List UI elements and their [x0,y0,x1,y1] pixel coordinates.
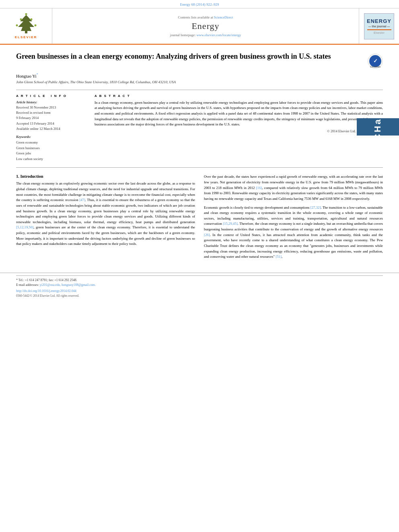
chat-button[interactable]: CHat [357,118,399,136]
svg-point-6 [25,13,27,15]
elsevier-tree-icon [12,13,40,34]
keywords-label: Keywords: [16,135,86,139]
svg-text:CrossMark: CrossMark [370,66,380,68]
sciencedirect-link: Contents lists available at ScienceDirec… [178,15,233,19]
svg-point-5 [34,25,36,27]
affiliation: John Glenn School of Public Affairs, The… [16,80,383,84]
sciencedirect-link-text[interactable]: ScienceDirect [214,15,233,19]
abstract-text: In a clean energy economy, green busines… [95,100,383,127]
copyright-line: © 2014 Elsevier Ltd. All rights reserved… [95,129,383,133]
body-paragraph: Economic growth is closely tied to energ… [204,205,383,260]
journal-title: Energy [191,21,219,31]
footnote-star: * Tel.: +1 614 247 8791; fax: +1 614 292… [16,278,383,283]
journal-header: ELSEVIER Contents lists available at Sci… [0,8,399,45]
author-name: Hongtao Yi* [16,73,383,78]
svg-point-4 [16,25,18,27]
article-info-col: A R T I C L E I N F O Article history: R… [16,94,86,162]
body-left: 1. Introduction The clean energy economy… [16,174,195,263]
article-history-label: Article history: [16,100,86,104]
article-title-row: Green businesses in a clean energy econo… [16,52,383,69]
received-date: Received 30 November 2013 [16,105,86,110]
keyword-item: Green jobs [16,151,86,156]
received-revised-label: Received in revised form [16,111,86,115]
abstract-header: A B S T R A C T [95,94,383,98]
available-date: Available online 12 March 2014 [16,127,86,131]
keywords-container: Green economyGreen businessesGreen jobsL… [16,140,86,162]
body-paragraph: Over the past decade, the states have ex… [204,174,383,201]
elsevier-logo: ELSEVIER [0,8,52,44]
footer-divider [16,275,383,276]
body-right: Over the past decade, the states have ex… [204,174,383,263]
citation-text: Energy 68 (2014) 922–929 [180,2,219,6]
body-content: 1. Introduction The clean energy economy… [16,174,383,263]
page-footer: * Tel.: +1 614 247 8791; fax: +1 614 292… [0,273,399,298]
section1-title: 1. Introduction [16,174,195,179]
keyword-item: Green businesses [16,146,86,151]
crossmark-icon: ✓ CrossMark [368,53,383,69]
footer-issn: 0360-5442/© 2014 Elsevier Ltd. All right… [16,294,383,298]
divider-2 [16,167,383,168]
journal-homepage: journal homepage: www.elsevier.com/locat… [170,33,241,37]
left-paragraphs: The clean energy economy is an explosive… [16,181,195,247]
doi-link[interactable]: http://dx.doi.org/10.1016/j.energy.2014.… [16,289,383,293]
svg-marker-1 [18,15,34,31]
energy-logo-right: ENERGY — the journal — Elsevier [359,8,399,44]
svg-point-3 [30,18,32,21]
keyword-item: Low carbon society [16,156,86,162]
citation-bar: Energy 68 (2014) 922–929 [0,0,399,8]
energy-logo-box: ENERGY — the journal — Elsevier [364,13,394,39]
elsevier-label-text: ELSEVIER [15,35,37,39]
abstract-col: A B S T R A C T In a clean energy econom… [95,94,383,162]
keyword-item: Green economy [16,140,86,146]
svg-text:✓: ✓ [373,58,378,64]
right-paragraphs: Over the past decade, the states have ex… [204,174,383,259]
footnote-email: E-mail addresses: yi201@osu.edu, hongtao… [16,283,383,288]
main-content: Green businesses in a clean energy econo… [0,45,399,267]
homepage-url[interactable]: www.elsevier.com/locate/energy [196,33,241,37]
svg-point-2 [20,18,22,21]
doi-url[interactable]: http://dx.doi.org/10.1016/j.energy.2014.… [16,289,76,293]
page-wrapper: Energy 68 (2014) 922–929 ELSEVIER Conte [0,0,399,532]
article-info-header: A R T I C L E I N F O [16,94,86,98]
article-info-abstract-section: A R T I C L E I N F O Article history: R… [16,94,383,162]
accepted-date: Accepted 13 February 2014 [16,121,86,126]
journal-center: Contents lists available at ScienceDirec… [52,8,359,44]
article-title-text: Green businesses in a clean energy econo… [16,52,368,61]
email-links[interactable]: yi201@osu.edu, hongtaoy108@gmail.com. [40,283,96,287]
body-paragraph: The clean energy economy is an explosive… [16,181,195,247]
revised-date: 9 February 2014 [16,116,86,121]
divider-1 [16,90,383,90]
